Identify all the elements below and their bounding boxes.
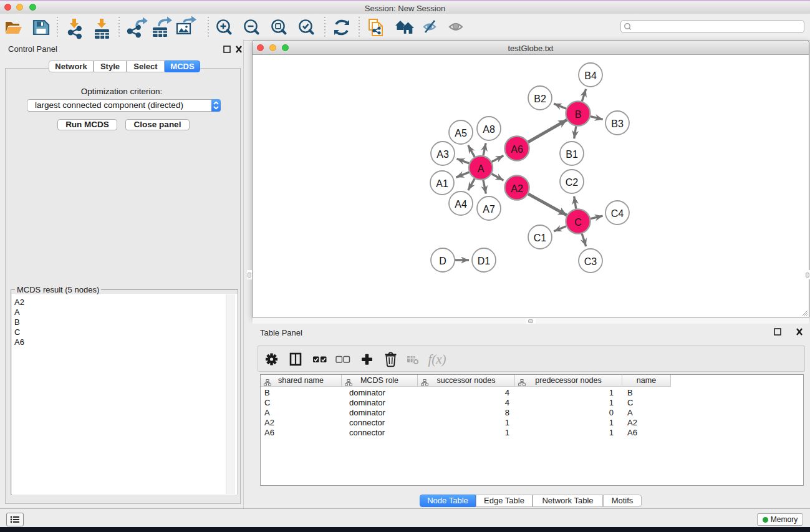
svg-text:f(x): f(x) (428, 352, 446, 367)
svg-text:D1: D1 (478, 256, 491, 266)
svg-text:A5: A5 (455, 128, 467, 138)
svg-text:A1: A1 (436, 178, 448, 189)
svg-text:C: C (574, 217, 582, 228)
svg-text:A8: A8 (483, 124, 495, 135)
svg-text:A2: A2 (511, 183, 523, 194)
svg-text:A7: A7 (483, 204, 495, 215)
svg-text:B1: B1 (566, 149, 578, 160)
svg-text:C3: C3 (584, 256, 597, 267)
svg-text:A: A (478, 163, 485, 174)
svg-text:B3: B3 (611, 118, 624, 129)
svg-text:D: D (439, 256, 446, 266)
svg-text:C4: C4 (611, 208, 624, 219)
svg-text:B: B (575, 109, 582, 120)
svg-text:A6: A6 (511, 144, 523, 155)
svg-text:A3: A3 (436, 149, 449, 160)
svg-text:B4: B4 (584, 70, 597, 81)
svg-text:C2: C2 (566, 177, 579, 188)
svg-text:C1: C1 (534, 233, 547, 243)
svg-text:B2: B2 (534, 94, 546, 104)
svg-text:A4: A4 (455, 199, 467, 210)
